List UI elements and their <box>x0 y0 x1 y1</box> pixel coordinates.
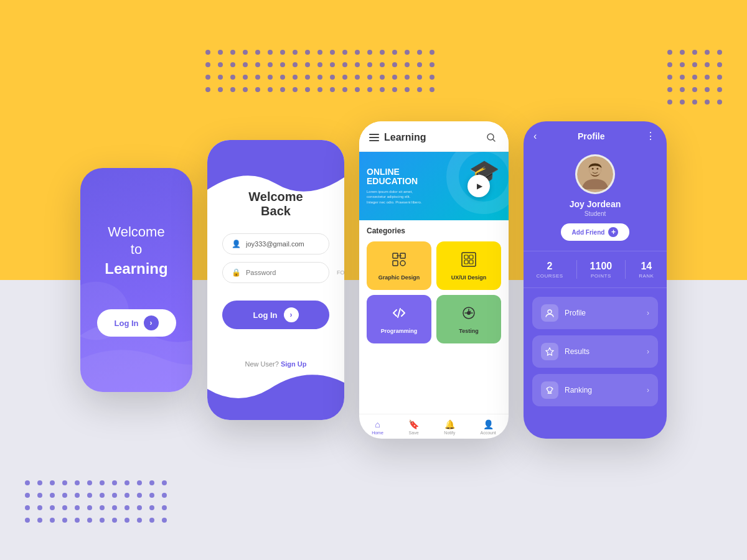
courses-label: COURSES <box>537 273 563 279</box>
phone-learning: Learning ONLINE EDUCATION Lorem ipsum do… <box>359 121 509 439</box>
header-left: Learning <box>369 132 426 143</box>
profile-menu-label: Profile <box>565 309 641 317</box>
graphic-design-icon <box>390 251 408 271</box>
svg-point-17 <box>592 168 594 170</box>
svg-rect-8 <box>464 255 468 259</box>
categories-title: Categories <box>367 226 501 235</box>
programming-label: Programming <box>381 328 418 334</box>
svg-point-19 <box>548 310 552 314</box>
profile-menu-icon <box>541 304 558 322</box>
rank-label: RANK <box>639 273 654 279</box>
phone-welcome: Welcome to Learning Log In › <box>80 168 192 392</box>
stat-points: 1100 POINTS <box>590 261 613 279</box>
profile-role: Student <box>585 210 606 217</box>
learning-header: Learning <box>359 121 509 152</box>
more-menu-button[interactable]: ⋮ <box>646 130 657 142</box>
results-menu-label: Results <box>565 347 641 356</box>
results-menu-icon <box>541 343 558 360</box>
uxui-label: UX/UI Design <box>451 274 487 281</box>
lock-icon: 🔒 <box>232 268 241 277</box>
points-label: POINTS <box>591 273 611 279</box>
new-user-section: New User? Sign Up <box>222 360 329 405</box>
bell-icon: 🔔 <box>444 419 455 429</box>
password-input[interactable] <box>246 269 332 276</box>
profile-header: ‹ Profile ⋮ <box>524 121 667 148</box>
nav-notify[interactable]: 🔔 Notify <box>444 419 455 435</box>
category-testing[interactable]: Testing <box>436 295 501 343</box>
category-graphic-design[interactable]: Graphic Design <box>367 241 431 290</box>
notify-label: Notify <box>444 431 455 435</box>
phone-login: Welcome Back 👤 🔒 FORGOT? Log In › New Us… <box>207 140 344 420</box>
menu-item-ranking[interactable]: Ranking › <box>532 374 658 406</box>
nav-save[interactable]: 🔖 Save <box>408 419 419 435</box>
signup-link[interactable]: Sign Up <box>281 360 307 368</box>
login-submit-button[interactable]: Log In › <box>222 301 329 329</box>
points-value: 1100 <box>590 261 613 272</box>
password-field-container: 🔒 FORGOT? <box>222 262 329 283</box>
bookmark-icon: 🔖 <box>408 419 419 429</box>
profile-menu-list: Profile › Results › <box>524 288 667 439</box>
svg-line-2 <box>493 139 495 141</box>
stat-divider-2 <box>625 260 626 279</box>
home-icon: ⌂ <box>375 419 380 429</box>
login-arrow-icon: › <box>144 315 159 330</box>
svg-rect-5 <box>393 261 398 266</box>
email-field-container: 👤 <box>222 233 329 254</box>
rank-value: 14 <box>641 261 652 272</box>
play-button[interactable] <box>467 175 490 197</box>
avatar <box>575 154 615 194</box>
nav-home[interactable]: ⌂ Home <box>372 419 383 435</box>
plus-icon: + <box>608 227 618 237</box>
profile-name: Joy Jordean <box>570 199 621 209</box>
home-label: Home <box>372 431 383 435</box>
svg-point-6 <box>400 261 405 266</box>
phones-container: Welcome to Learning Log In › Welcome Bac… <box>0 0 747 560</box>
account-icon: 👤 <box>483 419 494 429</box>
learning-banner: ONLINE EDUCATION Lorem ipsum dolor sit a… <box>359 152 509 220</box>
categories-section: Categories Graphic Design <box>359 220 509 414</box>
login-arrow-circle: › <box>284 307 299 322</box>
add-friend-button[interactable]: Add Friend + <box>561 223 630 241</box>
stat-divider-1 <box>576 260 577 279</box>
welcome-title: Welcome to Learning <box>97 223 176 278</box>
category-uxui-design[interactable]: UX/UI Design <box>436 241 501 290</box>
phone-profile: ‹ Profile ⋮ <box>524 121 667 439</box>
ranking-chevron-icon: › <box>647 386 649 394</box>
forgot-text[interactable]: FORGOT? <box>337 269 344 276</box>
banner-text: ONLINE EDUCATION Lorem ipsum dolor sit a… <box>367 167 423 205</box>
svg-rect-9 <box>469 255 473 259</box>
account-label: Account <box>481 431 496 435</box>
category-programming[interactable]: Programming <box>367 295 431 343</box>
svg-rect-7 <box>462 253 476 266</box>
login-form: Welcome Back 👤 🔒 FORGOT? Log In › New Us… <box>207 140 344 420</box>
hamburger-menu[interactable] <box>369 134 379 141</box>
testing-label: Testing <box>459 328 478 334</box>
svg-rect-10 <box>464 260 468 264</box>
user-icon: 👤 <box>232 240 241 248</box>
testing-icon <box>460 304 477 325</box>
results-chevron-icon: › <box>647 347 649 356</box>
svg-point-18 <box>596 168 598 170</box>
email-input[interactable] <box>246 240 332 248</box>
nav-account[interactable]: 👤 Account <box>481 419 496 435</box>
categories-grid: Graphic Design UX/UI Design <box>367 241 501 343</box>
profile-avatar-section: Joy Jordean Student Add Friend + <box>524 148 667 251</box>
uxui-icon <box>460 251 477 271</box>
back-button[interactable]: ‹ <box>533 131 537 142</box>
welcome-login-button[interactable]: Log In › <box>97 309 176 337</box>
ranking-menu-icon <box>541 381 558 399</box>
ranking-menu-label: Ranking <box>565 386 641 394</box>
welcome-content: Welcome to Learning Log In › <box>97 223 176 337</box>
stats-bar: 2 COURSES 1100 POINTS 14 RANK <box>524 251 667 288</box>
save-label: Save <box>409 431 419 435</box>
bottom-navigation: ⌂ Home 🔖 Save 🔔 Notify 👤 Account <box>359 414 509 439</box>
courses-value: 2 <box>547 261 553 272</box>
menu-item-profile[interactable]: Profile › <box>532 297 658 329</box>
graphic-design-label: Graphic Design <box>378 274 420 281</box>
profile-header-title: Profile <box>578 131 605 141</box>
login-title: Welcome Back <box>222 190 329 218</box>
search-button[interactable] <box>484 130 499 145</box>
menu-item-results[interactable]: Results › <box>532 335 658 368</box>
svg-rect-11 <box>469 260 473 264</box>
programming-icon <box>390 304 408 325</box>
